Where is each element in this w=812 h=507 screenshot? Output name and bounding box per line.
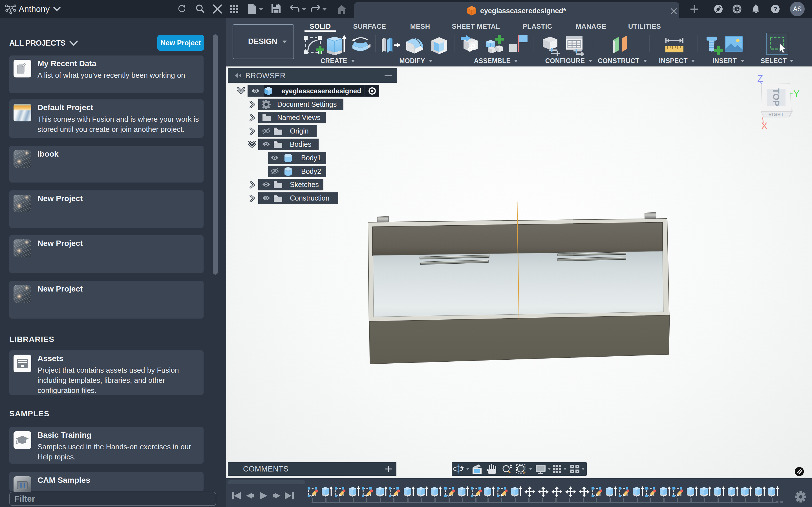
svg-text:Y: Y — [794, 89, 800, 99]
svg-text:?: ? — [773, 6, 777, 13]
svg-text:Z: Z — [757, 73, 763, 83]
svg-text:TOP: TOP — [771, 88, 781, 106]
svg-text:RIGHT: RIGHT — [769, 112, 784, 117]
svg-text:X: X — [761, 121, 767, 131]
